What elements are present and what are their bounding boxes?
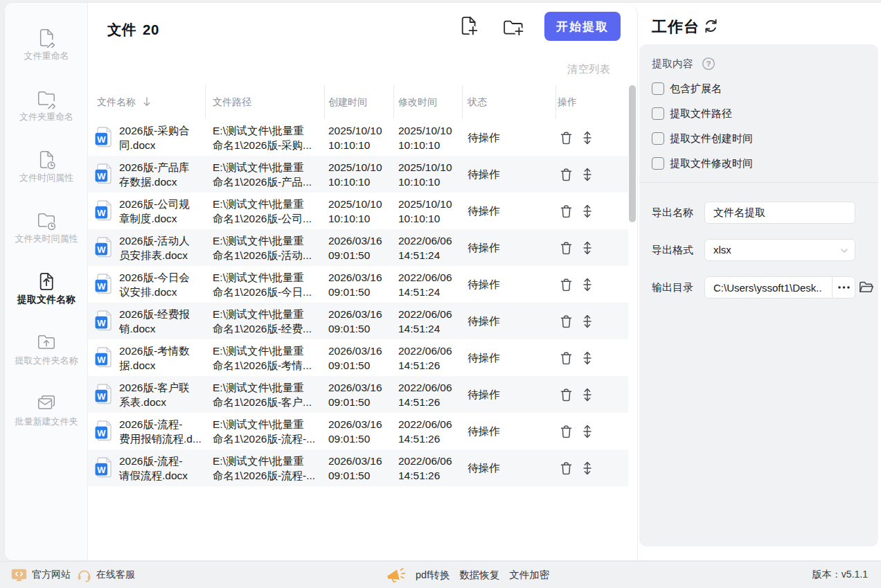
table-header: 文件名称文件路径创建时间修改时间状态操作 xyxy=(88,84,628,119)
footer-link-1[interactable]: 官方网站 xyxy=(11,562,71,588)
table-row: W2026版-流程- 费用报销流程.d...E:\测试文件\批量重 命名1\20… xyxy=(88,413,628,449)
file-rename-icon xyxy=(36,27,57,48)
checkbox-icon[interactable] xyxy=(652,107,664,120)
delete-row-button[interactable] xyxy=(560,168,572,181)
checkbox-row-4[interactable]: 提取文件修改时间 xyxy=(652,157,753,170)
sidebar-item-2[interactable]: 文件夹重命名 xyxy=(5,88,88,132)
created-time: 2026/03/16 09:01:50 xyxy=(328,453,394,483)
delete-row-button[interactable] xyxy=(560,461,572,474)
help-icon: ? xyxy=(702,62,715,73)
word-file-icon: W xyxy=(95,237,112,258)
delete-row-button[interactable] xyxy=(560,314,572,328)
move-row-button[interactable] xyxy=(582,461,593,475)
add-folder-button[interactable] xyxy=(503,18,524,35)
svg-text:W: W xyxy=(97,465,106,475)
status-text: 待操作 xyxy=(468,204,537,219)
move-row-button[interactable] xyxy=(582,425,593,438)
delete-row-button[interactable] xyxy=(560,278,572,291)
created-time: 2025/10/10 10:10:10 xyxy=(328,123,394,152)
export-name-label: 导出名称 xyxy=(652,206,693,220)
footer-bar: 官方网站在线客服 pdf转换数据恢复文件加密 版本：v5.1.1 xyxy=(0,561,881,588)
move-row-button[interactable] xyxy=(582,314,593,328)
trash-icon xyxy=(560,356,572,366)
move-icon xyxy=(582,320,593,330)
move-row-button[interactable] xyxy=(582,204,593,218)
footer-tool-3[interactable]: 文件加密 xyxy=(509,569,549,582)
footer-tool-1[interactable]: pdf转换 xyxy=(416,569,450,582)
created-time: 2026/03/16 09:01:50 xyxy=(328,380,394,409)
move-row-button[interactable] xyxy=(582,241,593,255)
move-row-button[interactable] xyxy=(582,131,593,145)
refresh-button[interactable] xyxy=(704,19,718,33)
delete-row-button[interactable] xyxy=(560,131,572,144)
output-dir-field xyxy=(704,276,855,299)
checkbox-row-1[interactable]: 包含扩展名 xyxy=(652,82,722,95)
sidebar-item-1[interactable]: 文件重命名 xyxy=(5,27,88,71)
delete-row-button[interactable] xyxy=(560,388,572,401)
checkbox-label: 提取文件路径 xyxy=(670,107,732,121)
checkbox-row-3[interactable]: 提取文件创建时间 xyxy=(652,132,753,145)
footer-tool-2[interactable]: 数据恢复 xyxy=(459,569,499,582)
table-scrollbar[interactable] xyxy=(629,85,636,222)
open-folder-button[interactable] xyxy=(859,281,873,294)
column-header-4: 修改时间 xyxy=(398,84,437,119)
created-time: 2026/03/16 09:01:50 xyxy=(328,269,394,299)
trash-icon xyxy=(560,319,572,330)
column-header-1[interactable]: 文件名称 xyxy=(97,84,150,119)
export-name-input[interactable] xyxy=(705,202,855,223)
checkbox-label: 提取文件修改时间 xyxy=(670,157,753,170)
table-body: W2026版-采购合 同.docxE:\测试文件\批量重 命名1\2026版-采… xyxy=(88,119,628,486)
sidebar-item-label: 批量新建文件夹 xyxy=(5,416,88,427)
file-name: 2026版-产品库 存数据.docx xyxy=(119,159,206,189)
export-name-field xyxy=(704,202,855,224)
sidebar-item-7[interactable]: 批量新建文件夹 xyxy=(5,393,88,437)
created-time: 2026/03/16 09:01:50 xyxy=(328,233,394,262)
sidebar-item-5[interactable]: 提取文件名称 xyxy=(5,271,88,315)
refresh-icon xyxy=(704,25,718,35)
footer-link-2[interactable]: 在线客服 xyxy=(77,562,135,588)
move-row-button[interactable] xyxy=(582,388,593,402)
sidebar-item-label: 提取文件夹名称 xyxy=(5,355,88,366)
svg-text:W: W xyxy=(97,208,106,218)
browse-dots-button[interactable] xyxy=(832,277,855,298)
word-file-icon: W xyxy=(95,200,112,221)
checkbox-icon[interactable] xyxy=(652,157,664,170)
file-name: 2026版-客户联 系表.docx xyxy=(119,380,206,409)
checkbox-label: 提取文件创建时间 xyxy=(670,132,753,145)
delete-row-button[interactable] xyxy=(560,241,572,254)
output-dir-input[interactable] xyxy=(705,277,833,298)
sidebar-item-6[interactable]: 提取文件夹名称 xyxy=(5,332,88,376)
help-button[interactable]: ? xyxy=(702,57,715,71)
table-row: W2026版-活动人 员安排表.docxE:\测试文件\批量重 命名1\2026… xyxy=(88,229,628,266)
file-path: E:\测试文件\批量重 命名1\2026版-经费... xyxy=(213,306,323,336)
extract-content-title: 提取内容 xyxy=(652,57,693,71)
trash-icon xyxy=(560,283,572,293)
export-format-select[interactable]: xlsx xyxy=(704,239,855,261)
checkbox-icon[interactable] xyxy=(652,82,664,95)
delete-row-button[interactable] xyxy=(560,425,572,438)
start-extract-button[interactable]: 开始提取 xyxy=(544,12,621,41)
add-file-button[interactable] xyxy=(459,16,479,37)
sidebar-item-4[interactable]: 文件夹时间属性 xyxy=(5,210,88,254)
word-file-icon: W xyxy=(95,127,112,148)
delete-row-button[interactable] xyxy=(560,351,572,364)
version-label: 版本：v5.1.1 xyxy=(812,562,868,588)
page-title-label: 文件 xyxy=(107,21,136,37)
move-row-button[interactable] xyxy=(582,278,593,292)
checkbox-row-2[interactable]: 提取文件路径 xyxy=(652,107,732,120)
column-header-5: 状态 xyxy=(468,84,487,119)
column-header-3: 创建时间 xyxy=(328,84,367,119)
modified-time: 2022/06/06 14:51:26 xyxy=(398,380,464,409)
sidebar-item-label: 文件夹重命名 xyxy=(5,111,88,123)
move-row-button[interactable] xyxy=(582,168,593,181)
move-row-button[interactable] xyxy=(582,351,593,365)
status-text: 待操作 xyxy=(468,314,537,329)
column-header-2: 文件路径 xyxy=(213,84,251,119)
move-icon xyxy=(582,393,593,404)
sidebar-item-3[interactable]: 文件时间属性 xyxy=(5,149,88,193)
checkbox-icon[interactable] xyxy=(652,132,664,145)
file-path: E:\测试文件\批量重 命名1\2026版-客户... xyxy=(213,380,323,409)
delete-row-button[interactable] xyxy=(560,204,572,217)
svg-text:W: W xyxy=(97,428,106,438)
clear-list-button[interactable]: 清空列表 xyxy=(567,62,610,77)
